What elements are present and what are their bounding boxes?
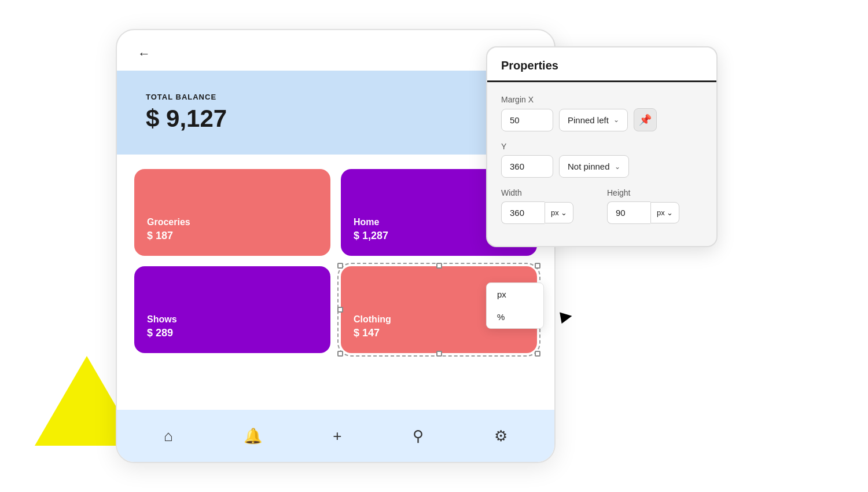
groceries-amount: $ 187	[147, 230, 318, 242]
properties-panel: Properties Margin X Pinned left ⌄ 📌 Y	[486, 46, 718, 247]
cursor: ▶	[558, 306, 573, 325]
plus-icon[interactable]: +	[333, 427, 341, 445]
y-pin-label: Not pinned	[568, 161, 610, 171]
bell-icon[interactable]: 🔔	[244, 427, 262, 445]
chevron-down-icon-y: ⌄	[615, 163, 620, 171]
groceries-card[interactable]: Groceries $ 187	[134, 169, 330, 256]
handle-bottom-middle[interactable]	[436, 351, 442, 357]
y-row: Y Not pinned ⌄	[501, 142, 703, 178]
y-pin-select[interactable]: Not pinned ⌄	[559, 155, 629, 178]
margin-x-pin-label: Pinned left	[568, 115, 609, 125]
back-button[interactable]: ←	[138, 46, 150, 61]
width-group: Width px ⌄	[501, 188, 597, 224]
height-unit-label: px	[657, 208, 665, 217]
chevron-down-icon-w: ⌄	[561, 208, 567, 217]
height-input[interactable]	[607, 201, 650, 224]
handle-bottom-left[interactable]	[337, 351, 343, 357]
handle-bottom-right[interactable]	[535, 351, 540, 357]
pin-icon: 📌	[639, 113, 652, 126]
pin-button[interactable]: 📌	[634, 108, 657, 131]
wh-row: Width px ⌄ Height px ⌄	[501, 188, 703, 224]
width-label: Width	[501, 188, 597, 197]
handle-top-left[interactable]	[337, 263, 343, 269]
y-inputs: Not pinned ⌄	[501, 155, 703, 178]
home-icon[interactable]: ⌂	[164, 427, 173, 445]
search-icon[interactable]: ⚲	[413, 427, 424, 445]
y-label: Y	[501, 142, 703, 151]
cards-grid: Groceries $ 187 Home $ 1,287 Shows $ 289…	[134, 169, 537, 353]
handle-top-middle[interactable]	[436, 263, 442, 269]
groceries-label: Groceries	[147, 217, 318, 227]
width-unit-label: px	[551, 208, 559, 217]
width-unit-select[interactable]: px ⌄	[545, 202, 573, 223]
height-inputs: px ⌄	[607, 201, 703, 224]
panel-title: Properties	[501, 59, 558, 72]
dropdown-item-percent[interactable]: %	[487, 306, 543, 328]
chevron-down-icon-h: ⌄	[667, 208, 673, 217]
gear-icon[interactable]: ⚙	[494, 427, 507, 445]
height-unit-select[interactable]: px ⌄	[650, 202, 679, 223]
width-inputs: px ⌄	[501, 201, 597, 224]
chevron-down-icon: ⌄	[613, 116, 619, 124]
margin-x-label: Margin X	[501, 95, 703, 104]
shows-amount: $ 289	[147, 327, 318, 339]
margin-x-input[interactable]	[501, 109, 553, 131]
clothing-amount: $ 147	[354, 327, 524, 339]
dropdown-item-px[interactable]: px	[487, 283, 543, 306]
height-group: Height px ⌄	[607, 188, 703, 224]
panel-header: Properties	[487, 47, 716, 82]
panel-body: Margin X Pinned left ⌄ 📌 Y Not pinned ⌄	[487, 82, 716, 246]
bottom-navigation: ⌂ 🔔 + ⚲ ⚙	[117, 410, 554, 462]
shows-label: Shows	[147, 314, 318, 325]
height-label: Height	[607, 188, 703, 197]
margin-x-row: Margin X Pinned left ⌄ 📌	[501, 95, 703, 131]
width-input[interactable]	[501, 201, 545, 224]
handle-middle-left[interactable]	[337, 307, 343, 313]
y-input[interactable]	[501, 155, 553, 178]
unit-dropdown: px %	[486, 282, 544, 329]
shows-card[interactable]: Shows $ 289	[134, 266, 330, 353]
handle-top-right[interactable]	[535, 263, 540, 269]
margin-x-pin-select[interactable]: Pinned left ⌄	[559, 109, 628, 131]
margin-x-inputs: Pinned left ⌄ 📌	[501, 108, 703, 131]
